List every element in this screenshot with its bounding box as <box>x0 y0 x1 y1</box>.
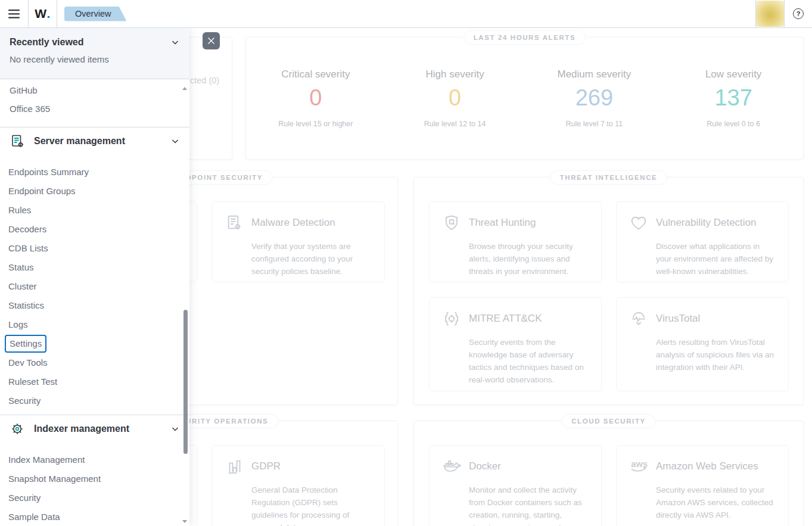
sidebar-item-logs[interactable]: Logs <box>0 315 189 334</box>
sidebar-item-settings[interactable]: Settings <box>0 334 189 353</box>
chevron-down-icon <box>170 136 180 146</box>
sidebar-item-endpoint-groups[interactable]: Endpoint Groups <box>0 182 189 201</box>
close-icon <box>207 37 215 45</box>
tab-overview[interactable]: Overview <box>64 7 126 21</box>
sidebar-item-decoders[interactable]: Decoders <box>0 220 189 239</box>
sidebar-item-rules[interactable]: Rules <box>0 201 189 220</box>
sidebar-item-status[interactable]: Status <box>0 258 189 277</box>
help-icon: ? <box>793 8 804 19</box>
server-management-toggle[interactable]: Server management <box>0 127 189 155</box>
sidebar-item-statistics[interactable]: Statistics <box>0 296 189 315</box>
help-button[interactable]: ? <box>785 0 812 28</box>
close-flyout-button[interactable] <box>203 32 220 49</box>
sidebar-item-index-management[interactable]: Index Management <box>0 450 189 469</box>
recently-viewed-title: Recently viewed <box>10 37 84 48</box>
scroll-down-icon[interactable] <box>182 520 187 523</box>
sidebar-item-cdb-lists[interactable]: CDB Lists <box>0 239 189 258</box>
sidebar-item-cluster[interactable]: Cluster <box>0 277 189 296</box>
sidebar-item-snapshot-management[interactable]: Snapshot Management <box>0 469 189 488</box>
user-avatar[interactable] <box>756 1 784 27</box>
hamburger-menu-icon[interactable] <box>0 0 28 28</box>
sidebar-scrollbar-thumb[interactable] <box>183 310 188 454</box>
topbar-divider <box>57 0 57 28</box>
chevron-down-icon <box>170 38 180 47</box>
server-management-icon <box>10 133 25 149</box>
indexer-management-toggle[interactable]: Indexer management <box>0 415 189 443</box>
sidebar-item-indexer-security[interactable]: Security <box>0 488 189 508</box>
sidebar-item-sample-data[interactable]: Sample Data <box>0 508 189 526</box>
server-management-items: Endpoints Summary Endpoint Groups Rules … <box>0 155 189 415</box>
sidebar-item-github[interactable]: GitHub <box>0 81 189 99</box>
sidebar-item-security[interactable]: Security <box>0 391 189 410</box>
nav-scroll-tail: GitHub Office 365 <box>0 79 189 127</box>
top-bar: W. Overview ? <box>0 0 812 28</box>
nav-flyout: Recently viewed No recently viewed items… <box>0 28 189 526</box>
recently-viewed-section: Recently viewed No recently viewed items <box>0 28 189 79</box>
scroll-up-icon[interactable] <box>182 87 187 90</box>
server-management-title: Server management <box>34 136 125 147</box>
wazuh-logo[interactable]: W. <box>29 0 57 28</box>
sidebar-item-ruleset-test[interactable]: Ruleset Test <box>0 372 189 391</box>
sidebar-item-endpoints-summary[interactable]: Endpoints Summary <box>0 163 189 182</box>
recently-viewed-toggle[interactable]: Recently viewed <box>10 37 180 48</box>
settings-focus-ring: Settings <box>5 335 46 353</box>
recently-viewed-empty: No recently viewed items <box>10 54 180 64</box>
indexer-management-items: Index Management Snapshot Management Sec… <box>0 443 189 526</box>
sidebar-item-dev-tools[interactable]: Dev Tools <box>0 353 189 372</box>
indexer-management-title: Indexer management <box>34 424 129 434</box>
indexer-management-icon <box>10 421 25 437</box>
wazuh-dashboard: cted (0) LAST 24 HOURS ALERTS Critical s… <box>0 0 812 526</box>
sidebar-item-office-365[interactable]: Office 365 <box>0 99 189 118</box>
chevron-down-icon <box>170 424 180 434</box>
